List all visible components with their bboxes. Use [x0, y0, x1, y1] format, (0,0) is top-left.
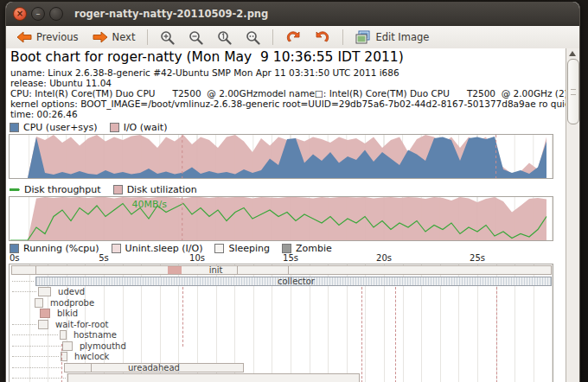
- process-bar-modprobe: [35, 298, 43, 308]
- window-title: roger-natty-natty-20110509-2.png: [74, 8, 268, 20]
- process-label-ureadahead: ureadahead: [128, 363, 180, 372]
- legend-item: I/O (wait): [110, 122, 168, 133]
- process-bar-separator: [237, 266, 238, 274]
- process-bar-separator: [91, 364, 92, 372]
- process-bar-udevd: [38, 287, 51, 296]
- process-label-blkid: blkid: [57, 309, 78, 318]
- toolbar: Previous Next: [6, 26, 579, 49]
- legend-swatch: [112, 244, 121, 253]
- throughput-annotation: 40MB/s: [131, 199, 167, 210]
- image-canvas[interactable]: Boot chart for roger-natty (Mon May 9 10…: [6, 48, 578, 382]
- rotate-right-button[interactable]: [310, 29, 336, 46]
- image-viewer-window: × – roger-natty-natty-20110509-2.png Pre…: [5, 2, 580, 382]
- bootchart-cpu: CPU: Intel(R) Core(TM) Duo CPU T2500 @ 2…: [10, 88, 568, 99]
- legend-swatch: [10, 123, 19, 132]
- bootchart-kernel-options: kernel options: BOOT_IMAGE=/boot/vmlinuz…: [10, 99, 574, 109]
- event-marker-dashed-line: [496, 287, 497, 382]
- zoom-normal-icon: [217, 30, 232, 45]
- legend-label: Disk throughput: [24, 184, 101, 195]
- event-marker-dashed-line: [395, 287, 396, 382]
- bootchart-release: release: Ubuntu 11.04: [10, 78, 112, 88]
- close-button[interactable]: ×: [13, 7, 27, 21]
- previous-button[interactable]: Previous: [11, 29, 84, 45]
- arrow-right-icon: [93, 31, 108, 43]
- process-bar-plymouthd: [62, 341, 73, 351]
- vertical-scrollbar[interactable]: [566, 48, 579, 382]
- zoom-out-icon: [189, 30, 203, 45]
- process-bar-separator: [35, 266, 36, 274]
- rotate-right-icon: [315, 30, 330, 44]
- process-label-hwclock: hwclock: [74, 352, 109, 361]
- cpu-chart-svg: [10, 135, 553, 178]
- titlebar[interactable]: × – roger-natty-natty-20110509-2.png: [6, 2, 579, 26]
- zoom-fit-button[interactable]: [240, 29, 265, 47]
- legend-item: Disk utilization: [113, 184, 197, 195]
- time-axis: 0s5s10s15s20s25s: [6, 253, 566, 264]
- process-label-hostname: hostname: [74, 330, 117, 340]
- rotate-left-button[interactable]: [280, 29, 306, 46]
- edit-image-label: Edit Image: [375, 31, 429, 43]
- disk-chart-svg: 40MB/s: [10, 197, 553, 240]
- dependency-dotted-line: [12, 356, 59, 357]
- axis-tick-label: 20s: [376, 253, 392, 263]
- toolbar-separator: [147, 29, 148, 45]
- axis-tick-label: 5s: [99, 253, 109, 263]
- process-bar-separator: [288, 266, 289, 274]
- legend-swatch: [113, 185, 123, 194]
- dependency-dotted-line: [12, 367, 62, 368]
- legend-swatch: [10, 244, 19, 253]
- maximize-button[interactable]: [49, 7, 63, 21]
- minimize-button[interactable]: –: [31, 7, 45, 21]
- process-bar-blkid: [40, 309, 50, 318]
- process-bar-init: [11, 265, 552, 275]
- zoom-in-button[interactable]: [155, 29, 180, 47]
- arrow-left-icon: [16, 31, 32, 43]
- event-marker-dashed-line: [361, 287, 362, 382]
- scroll-up-icon[interactable]: [569, 51, 576, 56]
- edit-image-button[interactable]: Edit Image: [350, 29, 434, 46]
- zoom-fit-icon: [246, 30, 260, 45]
- zoom-normal-button[interactable]: [212, 29, 237, 47]
- process-label-plymouthd: plymouthd: [80, 341, 126, 351]
- next-button[interactable]: Next: [87, 29, 141, 45]
- toolbar-separator: [342, 29, 343, 45]
- legend-swatch: [282, 244, 291, 253]
- legend-swatch: [214, 244, 224, 253]
- toolbar-separator: [272, 29, 273, 45]
- legend-label: CPU (user+sys): [23, 122, 98, 133]
- event-marker-dashed-line: [182, 287, 183, 347]
- process-label-init: init: [209, 265, 223, 275]
- legend-label: I/O (wait): [124, 122, 168, 133]
- dependency-dotted-line: [12, 378, 66, 379]
- axis-tick-label: 15s: [283, 253, 298, 263]
- axis-tick-label: 0s: [10, 253, 20, 263]
- zoom-out-button[interactable]: [183, 29, 208, 47]
- process-label-udevd: udevd: [58, 287, 85, 296]
- scrollbar-thumb[interactable]: [567, 59, 579, 124]
- bootchart-uname: uname: Linux 2.6.38-8-generic #42-Ubuntu…: [10, 67, 399, 78]
- gantt-gridline: [552, 264, 553, 382]
- dependency-dotted-line: [12, 324, 36, 325]
- previous-label: Previous: [36, 31, 79, 43]
- edit-image-icon: [355, 30, 371, 44]
- next-label: Next: [112, 31, 136, 43]
- disk-chart-legend: Disk throughputDisk utilization: [10, 184, 197, 195]
- legend-item: CPU (user+sys): [10, 122, 98, 133]
- process-bar-segment: [168, 266, 181, 274]
- cpu-chart-legend: CPU (user+sys)I/O (wait): [10, 122, 167, 133]
- throughput-line-icon: [10, 188, 20, 191]
- process-label-collector: collector: [278, 277, 315, 286]
- legend-item: Disk throughput: [10, 184, 101, 195]
- zoom-in-icon: [160, 30, 175, 45]
- legend-label: Disk utilization: [127, 184, 197, 195]
- dependency-dotted-line: [12, 346, 61, 347]
- process-bar-hostname: [60, 330, 67, 340]
- process-gantt-chart: initcollectorudevdmodprobeblkidwait-for-…: [9, 264, 553, 382]
- bootchart-time: time: 00:26.46: [10, 109, 78, 119]
- dependency-dotted-line: [12, 334, 58, 335]
- disk-chart: 40MB/s: [9, 196, 553, 241]
- process-label-modprobe: modprobe: [50, 298, 94, 308]
- dependency-dotted-line: [12, 291, 36, 292]
- dependency-dotted-line: [12, 281, 34, 282]
- cpu-chart: [9, 134, 553, 179]
